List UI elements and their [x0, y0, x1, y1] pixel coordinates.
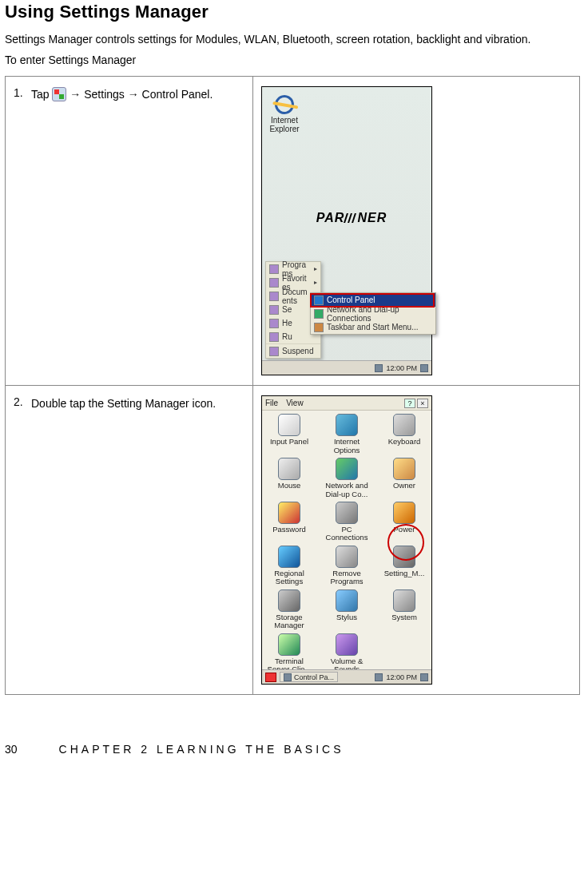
cp-stylus[interactable]: Stylus — [321, 589, 372, 630]
step-2-cell: 2. Double tap the Setting Manager icon. — [6, 386, 253, 695]
sub-text: To enter Settings Manager — [5, 53, 580, 69]
menubar: File View ? × — [262, 396, 431, 411]
step-1-number: 1. — [14, 86, 31, 99]
partner-logo: PARNER — [296, 211, 407, 225]
menu-suspend[interactable]: Suspend — [266, 344, 320, 358]
settings-submenu: Control Panel Network and Dial-up Connec… — [310, 292, 436, 335]
cp-internet-options[interactable]: Internet Options — [321, 414, 372, 454]
intro-text: Settings Manager controls settings for M… — [5, 32, 580, 48]
step-1-image-cell: Internet Explorer PARNER Programs Favori… — [253, 77, 580, 386]
taskbar2-time: 12:00 PM — [386, 673, 417, 681]
cp-mouse[interactable]: Mouse — [264, 458, 315, 498]
page-heading: Using Settings Manager — [5, 2, 580, 22]
cp-password[interactable]: Password — [264, 502, 315, 542]
cp-pc-connections[interactable]: PC Connections — [321, 502, 372, 542]
cp-input-panel[interactable]: Input Panel — [264, 414, 315, 454]
cp-regional[interactable]: Regional Settings — [264, 546, 315, 586]
screenshot-2: File View ? × Input Panel Internet Optio… — [261, 395, 432, 685]
tray-icon-b — [420, 673, 428, 681]
chapter-label: CHAPTER 2 LEARNING THE BASICS — [59, 743, 344, 756]
steps-table: 1. Tap → Settings → Control Panel. Inter… — [5, 76, 580, 695]
cp-setting-m[interactable]: Setting_M... — [379, 546, 430, 586]
step-1-text: Tap → Settings → Control Panel. — [31, 86, 244, 103]
taskbar-2: Control Pa... 12:00 PM — [262, 669, 431, 684]
cp-system[interactable]: System — [379, 589, 430, 630]
page-number: 30 — [5, 743, 18, 756]
cp-owner[interactable]: Owner — [379, 458, 430, 498]
close-icon[interactable]: × — [417, 399, 428, 408]
taskbar-time: 12:00 PM — [386, 364, 417, 372]
control-panel-grid: Input Panel Internet Options Keyboard Mo… — [262, 411, 431, 669]
tray-icon-a — [375, 673, 383, 681]
menu-view[interactable]: View — [286, 399, 304, 407]
taskbar: 12:00 PM — [262, 360, 431, 375]
cp-terminal[interactable]: Terminal Server Clie... — [264, 633, 315, 674]
submenu-taskbar[interactable]: Taskbar and Start Menu... — [311, 320, 435, 334]
start-icon — [52, 87, 66, 101]
cp-remove[interactable]: Remove Programs — [321, 546, 372, 586]
step-1-cell: 1. Tap → Settings → Control Panel. — [6, 77, 253, 386]
cp-volume[interactable]: Volume & Sounds — [321, 633, 372, 674]
cp-storage[interactable]: Storage Manager — [264, 589, 315, 630]
screenshot-1: Internet Explorer PARNER Programs Favori… — [261, 86, 432, 375]
tray-icon — [375, 364, 383, 372]
step-2-number: 2. — [14, 395, 31, 408]
help-icon[interactable]: ? — [404, 399, 415, 408]
footer: 30 CHAPTER 2 LEARNING THE BASICS — [5, 743, 580, 764]
start-button[interactable] — [265, 673, 276, 682]
cp-network[interactable]: Network and Dial-up Co... — [321, 458, 372, 498]
cp-power[interactable]: Power — [379, 502, 430, 542]
tray-icon-2 — [420, 364, 428, 372]
ie-icon: Internet Explorer — [268, 95, 300, 133]
step-2-text: Double tap the Setting Manager icon. — [31, 395, 244, 412]
submenu-network[interactable]: Network and Dial-up Connections — [311, 307, 435, 320]
cp-keyboard[interactable]: Keyboard — [379, 414, 430, 454]
menu-file[interactable]: File — [265, 399, 278, 407]
taskbar-task[interactable]: Control Pa... — [280, 672, 338, 682]
step-2-image-cell: File View ? × Input Panel Internet Optio… — [253, 386, 580, 695]
